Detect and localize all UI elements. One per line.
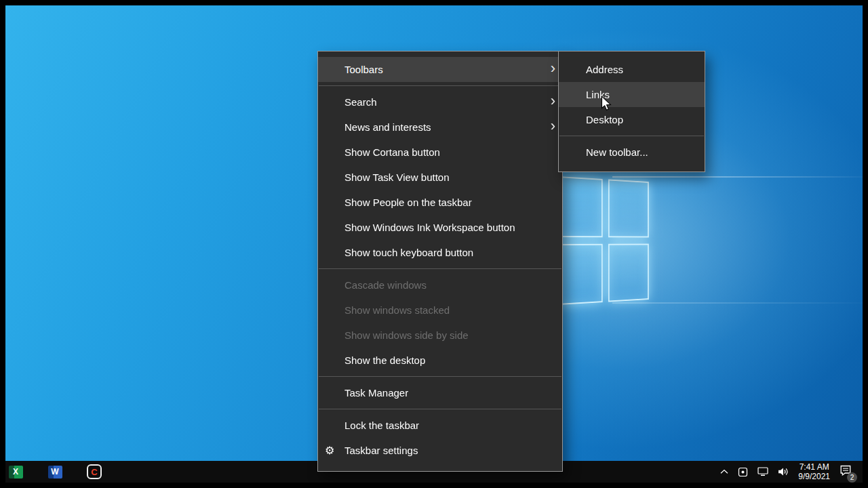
- excel-icon: X: [9, 466, 23, 479]
- taskbar-context-menu: Toolbars › Search › News and interests ›…: [317, 51, 563, 472]
- submenu-item-address[interactable]: Address: [559, 57, 705, 82]
- menu-item-show-windows-ink-workspace[interactable]: Show Windows Ink Workspace button: [318, 215, 562, 240]
- menu-item-label: Show windows stacked: [344, 304, 450, 316]
- menu-separator: [559, 136, 704, 136]
- camtasia-icon-letter: C: [91, 467, 97, 477]
- menu-item-label: Show Cortana button: [344, 146, 440, 158]
- submenu-item-links[interactable]: Links: [559, 82, 705, 107]
- menu-item-label: Address: [586, 64, 623, 75]
- menu-item-search[interactable]: Search ›: [318, 89, 562, 115]
- word-icon-letter: W: [51, 467, 58, 476]
- menu-item-lock-the-taskbar[interactable]: Lock the taskbar: [318, 413, 562, 438]
- taskbar-pinned-apps: X W C: [5, 464, 102, 480]
- toolbars-submenu: Address Links Desktop New toolbar...: [558, 51, 705, 172]
- menu-item-label: Desktop: [586, 114, 623, 125]
- menu-item-label: Lock the taskbar: [344, 420, 419, 431]
- menu-item-show-people[interactable]: Show People on the taskbar: [318, 190, 562, 215]
- menu-item-task-manager[interactable]: Task Manager: [318, 380, 562, 405]
- menu-item-label: Show People on the taskbar: [344, 197, 472, 208]
- menu-item-taskbar-settings[interactable]: ⚙ Taskbar settings: [318, 438, 562, 463]
- clock-date: 9/9/2021: [798, 472, 830, 481]
- menu-item-label: Search: [344, 96, 377, 108]
- speaker-icon: [778, 467, 789, 476]
- menu-item-show-task-view-button[interactable]: Show Task View button: [318, 165, 562, 190]
- windows-logo-pane: [608, 179, 649, 237]
- excel-taskbar-button[interactable]: X: [7, 464, 24, 480]
- chevron-right-icon: ›: [551, 117, 555, 135]
- windows-logo-pane: [558, 176, 603, 237]
- chevron-up-icon: [720, 469, 728, 474]
- submenu-item-new-toolbar[interactable]: New toolbar...: [559, 140, 705, 165]
- network-button[interactable]: [757, 467, 768, 476]
- menu-separator: [319, 409, 561, 409]
- menu-separator: [319, 85, 561, 86]
- menu-item-label: Taskbar settings: [344, 445, 418, 456]
- menu-item-label: Toolbars: [344, 64, 383, 75]
- show-hidden-icons-button[interactable]: [720, 469, 728, 474]
- menu-item-show-windows-stacked: Show windows stacked: [318, 298, 562, 323]
- windows-logo: [558, 176, 649, 305]
- chevron-right-icon: ›: [551, 60, 555, 77]
- menu-item-show-touch-keyboard[interactable]: Show touch keyboard button: [318, 240, 562, 265]
- menu-separator: [319, 268, 561, 269]
- menu-item-label: Show windows side by side: [344, 329, 469, 341]
- camtasia-taskbar-button[interactable]: C: [86, 464, 102, 480]
- network-icon: [757, 467, 768, 476]
- excel-icon-letter: X: [13, 467, 18, 476]
- menu-item-show-windows-side-by-side: Show windows side by side: [318, 323, 562, 348]
- system-tray: 7:41 AM 9/9/2021 2: [720, 461, 863, 483]
- menu-item-news-and-interests[interactable]: News and interests ›: [318, 115, 562, 140]
- menu-item-show-cortana-button[interactable]: Show Cortana button: [318, 140, 562, 165]
- menu-item-label: Task Manager: [344, 387, 408, 399]
- menu-item-label: New toolbar...: [586, 146, 648, 158]
- menu-item-show-the-desktop[interactable]: Show the desktop: [318, 348, 562, 373]
- word-taskbar-button[interactable]: W: [47, 464, 63, 480]
- menu-item-label: Show Task View button: [344, 171, 450, 183]
- menu-item-label: Show Windows Ink Workspace button: [344, 222, 515, 233]
- menu-item-label: Show touch keyboard button: [344, 247, 473, 258]
- volume-button[interactable]: [778, 467, 789, 476]
- menu-item-cascade-windows: Cascade windows: [318, 272, 562, 298]
- light-beam: [612, 176, 863, 178]
- light-beam: [612, 302, 863, 304]
- menu-item-label: Show the desktop: [344, 354, 425, 366]
- clock-time: 7:41 AM: [798, 462, 830, 472]
- menu-separator: [319, 376, 561, 377]
- clock[interactable]: 7:41 AM 9/9/2021: [798, 462, 830, 481]
- windows-logo-pane: [608, 244, 649, 302]
- gear-icon: ⚙: [325, 444, 334, 457]
- menu-item-label: News and interests: [344, 121, 431, 133]
- notification-badge: 2: [847, 472, 857, 483]
- camtasia-icon: C: [87, 464, 102, 479]
- chevron-right-icon: ›: [551, 92, 555, 110]
- windows-logo-pane: [558, 244, 603, 305]
- menu-item-toolbars[interactable]: Toolbars ›: [318, 57, 562, 82]
- tray-status-button[interactable]: [738, 467, 748, 477]
- word-icon: W: [48, 466, 62, 479]
- menu-item-label: Cascade windows: [344, 279, 427, 291]
- submenu-item-desktop[interactable]: Desktop: [559, 107, 705, 132]
- action-center-button[interactable]: 2: [840, 465, 852, 479]
- menu-item-label: Links: [586, 89, 610, 100]
- tray-app-icon: [738, 467, 748, 477]
